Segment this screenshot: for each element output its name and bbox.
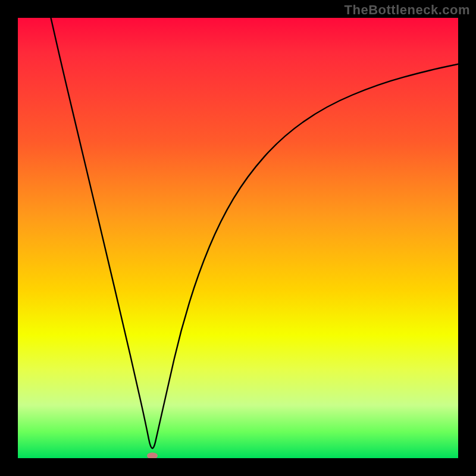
plot-area [18,18,458,458]
minimum-marker [147,453,158,458]
bottleneck-curve [18,18,458,458]
chart-frame: TheBottleneck.com [0,0,476,476]
watermark-text: TheBottleneck.com [345,2,470,18]
